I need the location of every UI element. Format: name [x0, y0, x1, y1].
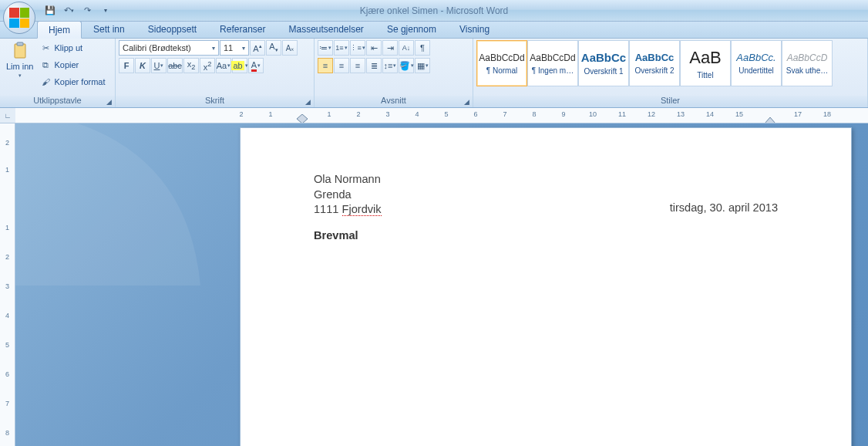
- shading-button[interactable]: 🪣▾: [399, 58, 414, 73]
- style-heading2[interactable]: AaBbCcOverskrift 2: [629, 40, 680, 86]
- clear-format-button[interactable]: Aₓ: [282, 40, 298, 56]
- tab-sideoppsett[interactable]: Sideoppsett: [136, 20, 208, 38]
- paragraph-launcher[interactable]: ◢: [463, 97, 471, 106]
- undo-icon: ↶: [64, 5, 71, 15]
- decrease-indent-button[interactable]: ⇤: [366, 40, 382, 56]
- underline-button[interactable]: U▾: [151, 58, 167, 73]
- group-font-label: Skrift: [205, 96, 224, 105]
- paste-label: Lim inn: [6, 62, 33, 71]
- tab-selector[interactable]: ∟: [0, 108, 15, 123]
- font-size-combo[interactable]: 11▾: [220, 40, 249, 56]
- superscript-icon: x2: [204, 60, 212, 72]
- page[interactable]: Ola Normann Grenda 1111 Fjordvik tirsdag…: [240, 127, 852, 446]
- bold-icon: F: [124, 61, 130, 70]
- highlight-button[interactable]: ab▾: [232, 58, 247, 73]
- horizontal-ruler[interactable]: 2 1 1 2 3 4 5 6 7 8 9 10 11 12 13 14 15: [15, 108, 868, 123]
- align-center-icon: ≡: [339, 61, 344, 70]
- font-color-icon: A: [251, 60, 257, 72]
- letter-heading: Brevmal: [314, 228, 778, 244]
- borders-button[interactable]: ▦▾: [415, 58, 430, 73]
- shrink-font-icon: A▾: [269, 42, 278, 53]
- change-case-button[interactable]: Aa▾: [216, 58, 231, 73]
- sort-button[interactable]: A↓: [399, 40, 414, 56]
- svg-rect-1: [17, 42, 23, 46]
- style-heading1[interactable]: AaBbCcOverskrift 1: [578, 40, 629, 86]
- align-right-icon: ≡: [355, 61, 360, 70]
- vertical-ruler[interactable]: ∟ 2 1 1 2 3 4 5 6 7 8: [0, 108, 15, 446]
- bucket-icon: 🪣: [399, 61, 410, 71]
- style-no-spacing[interactable]: AaBbCcDd¶ Ingen m…: [527, 40, 578, 86]
- justify-icon: ≣: [371, 61, 378, 71]
- svg-marker-2: [297, 114, 308, 123]
- tab-hjem[interactable]: Hjem: [37, 21, 82, 39]
- align-left-button[interactable]: ≡: [318, 58, 333, 73]
- group-paragraph: ≔▾ 1≡▾ ⋮≡▾ ⇤ ⇥ A↓ ¶ ≡ ≡ ≡ ≣ ↕≡▾ 🪣▾ ▦▾ Av…: [315, 39, 473, 107]
- pilcrow-icon: ¶: [420, 43, 425, 52]
- tab-visning[interactable]: Visning: [448, 20, 501, 38]
- group-paragraph-label: Avsnitt: [381, 96, 406, 105]
- title-bar: 💾 ↶▾ ↷ ▾ Kjære onkel Simen - Microsoft W…: [0, 0, 868, 22]
- style-subtitle[interactable]: AaBbCc.Undertittel: [731, 40, 782, 86]
- bullets-button[interactable]: ≔▾: [318, 40, 333, 56]
- cut-button[interactable]: ✂Klipp ut: [39, 40, 105, 56]
- group-styles-label: Stiler: [661, 96, 680, 105]
- brush-icon: 🖌: [39, 76, 52, 88]
- superscript-button[interactable]: x2: [200, 58, 215, 73]
- tab-referanser[interactable]: Referanser: [208, 20, 277, 38]
- show-marks-button[interactable]: ¶: [415, 40, 430, 56]
- eraser-icon: Aₓ: [286, 44, 294, 52]
- font-color-button[interactable]: A▾: [248, 58, 264, 73]
- group-styles: AaBbCcDd¶ Normal AaBbCcDd¶ Ingen m… AaBb…: [473, 39, 868, 107]
- align-center-button[interactable]: ≡: [334, 58, 349, 73]
- qat-customize[interactable]: ▾: [99, 4, 113, 18]
- align-right-button[interactable]: ≡: [350, 58, 365, 73]
- clipboard-launcher[interactable]: ◢: [105, 97, 113, 106]
- chevron-down-icon: ▾: [104, 7, 107, 14]
- letter-date: tirsdag, 30. april 2013: [670, 201, 778, 214]
- save-icon: 💾: [45, 5, 56, 15]
- indent-icon: ⇥: [387, 43, 394, 53]
- style-emphasis[interactable]: AaBbCcDSvak uthe…: [782, 40, 833, 86]
- numbering-icon: 1≡: [335, 44, 343, 52]
- italic-button[interactable]: K: [135, 58, 150, 73]
- justify-button[interactable]: ≣: [366, 58, 382, 73]
- font-launcher[interactable]: ◢: [304, 97, 312, 106]
- tab-masseutsendelser[interactable]: Masseutsendelser: [277, 20, 375, 38]
- tab-se-gjennom[interactable]: Se gjennom: [375, 20, 448, 38]
- redo-icon: ↷: [84, 5, 91, 15]
- bold-button[interactable]: F: [119, 58, 134, 73]
- copy-button[interactable]: ⧉Kopier: [39, 57, 105, 73]
- copy-icon: ⧉: [39, 59, 52, 71]
- grow-font-button[interactable]: A▴: [250, 40, 265, 56]
- indent-marker[interactable]: [297, 114, 308, 123]
- office-button[interactable]: [3, 2, 35, 34]
- outdent-icon: ⇤: [371, 43, 378, 53]
- undo-button[interactable]: ↶▾: [62, 4, 76, 18]
- right-indent-marker[interactable]: [765, 114, 775, 123]
- work-area: ∟ 2 1 1 2 3 4 5 6 7 8 2 1 1 2 3 4 5: [0, 108, 868, 446]
- strike-button[interactable]: abc: [167, 58, 183, 73]
- paste-button[interactable]: Lim inn▾: [3, 40, 36, 82]
- borders-icon: ▦: [417, 61, 425, 71]
- sort-icon: A↓: [402, 44, 411, 52]
- style-normal[interactable]: AaBbCcDd¶ Normal: [476, 40, 527, 86]
- underline-icon: U: [154, 61, 160, 70]
- subscript-button[interactable]: x2: [183, 58, 199, 73]
- multilevel-button[interactable]: ⋮≡▾: [350, 40, 365, 56]
- tab-sett-inn[interactable]: Sett inn: [82, 20, 136, 38]
- document-area[interactable]: Ola Normann Grenda 1111 Fjordvik tirsdag…: [15, 123, 868, 446]
- font-name-combo[interactable]: Calibri (Brødtekst)▾: [119, 40, 219, 56]
- save-button[interactable]: 💾: [43, 4, 57, 18]
- grow-font-icon: A▴: [253, 43, 261, 53]
- spelling-error: Fjordvik: [342, 203, 382, 216]
- subscript-icon: x2: [187, 59, 196, 71]
- svg-rect-0: [15, 44, 25, 58]
- strike-icon: abc: [168, 61, 182, 70]
- redo-button[interactable]: ↷: [80, 4, 94, 18]
- style-title[interactable]: AaBTittel: [680, 40, 731, 86]
- format-painter-button[interactable]: 🖌Kopier format: [39, 74, 105, 90]
- increase-indent-button[interactable]: ⇥: [382, 40, 398, 56]
- line-spacing-button[interactable]: ↕≡▾: [382, 58, 398, 73]
- shrink-font-button[interactable]: A▾: [266, 40, 281, 56]
- numbering-button[interactable]: 1≡▾: [334, 40, 349, 56]
